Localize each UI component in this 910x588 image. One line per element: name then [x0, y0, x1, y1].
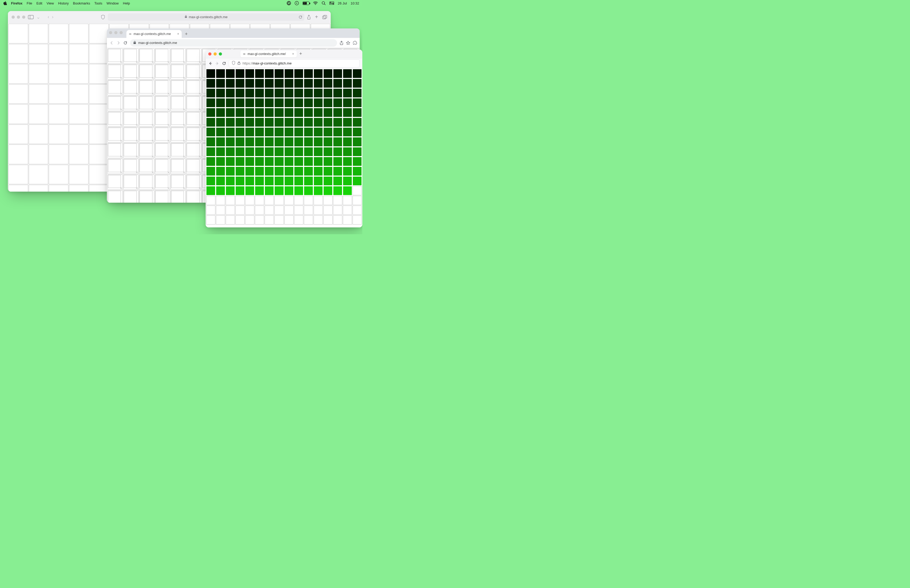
menubar-item-tools[interactable]: Tools: [94, 1, 102, 5]
chrome-tab[interactable]: ∞ max-gl-contexts.glitch.me ×: [126, 30, 182, 38]
firefox-newtab-icon[interactable]: +: [299, 51, 302, 57]
canvas-cell: [89, 185, 109, 192]
chrome-refresh-icon[interactable]: [123, 41, 128, 45]
canvas-cell: [352, 166, 362, 176]
menubar-item-file[interactable]: File: [27, 1, 32, 5]
menubar-item-bookmarks[interactable]: Bookmarks: [73, 1, 90, 5]
canvas-cell: [255, 205, 264, 215]
canvas-cell: [89, 165, 109, 184]
broken-canvas-cell: [123, 159, 139, 174]
canvas-cell: [274, 128, 284, 137]
broken-canvas-cell: [139, 80, 154, 95]
menubar-app-name[interactable]: Firefox: [11, 1, 23, 5]
firefox-address-bar[interactable]: https://max-gl-contexts.glitch.me: [229, 60, 360, 67]
chrome-tab-close-icon[interactable]: ×: [177, 32, 179, 36]
broken-canvas-cell: [171, 48, 186, 64]
firefox-traffic-lights[interactable]: [208, 52, 222, 55]
battery-menubar-icon[interactable]: ⚡︎: [302, 2, 309, 5]
canvas-cell: [284, 69, 294, 78]
broken-canvas-cell: [186, 190, 201, 203]
firefox-forward-icon[interactable]: [215, 61, 219, 66]
grammarly-menubar-icon[interactable]: [287, 1, 291, 5]
spotlight-search-icon[interactable]: [322, 1, 326, 5]
canvas-cell: [352, 196, 362, 205]
safari-shield-icon[interactable]: [101, 15, 105, 19]
safari-share-icon[interactable]: [307, 14, 311, 20]
broken-canvas-cell: [171, 127, 186, 142]
chrome-newtab-icon[interactable]: +: [183, 31, 189, 38]
firefox-tab[interactable]: ∞ max-gl-contexts.glitch.me/ ×: [241, 50, 297, 57]
canvas-cell: [89, 84, 109, 104]
chrome-address-bar[interactable]: max-gl-contexts.glitch.me: [130, 39, 337, 47]
menubar-item-window[interactable]: Window: [107, 1, 119, 5]
canvas-cell: [323, 215, 333, 225]
canvas-cell: [206, 176, 215, 186]
broken-canvas-cell: [155, 127, 170, 142]
canvas-cell: [314, 147, 323, 156]
broken-canvas-cell: [186, 48, 201, 64]
safari-sidebar-icon[interactable]: [28, 15, 34, 19]
safari-back-icon[interactable]: ‹: [48, 14, 49, 20]
canvas-cell: [294, 196, 303, 205]
canvas-cell: [206, 89, 215, 98]
canvas-cell: [314, 69, 323, 78]
canvas-cell: [284, 147, 294, 156]
safari-tabgroup-chevron-icon[interactable]: ⌄: [36, 14, 40, 20]
safari-address-text: max-gl-contexts.glitch.me: [189, 15, 228, 19]
safari-newtab-icon[interactable]: +: [315, 14, 318, 20]
apple-logo-icon[interactable]: [3, 1, 7, 5]
menubar-item-edit[interactable]: Edit: [36, 1, 42, 5]
chrome-share-icon[interactable]: [339, 41, 343, 45]
safari-forward-icon[interactable]: ›: [52, 14, 53, 20]
canvas-cell: [333, 215, 342, 225]
chrome-bookmark-icon[interactable]: [346, 41, 350, 45]
safari-refresh-icon[interactable]: [299, 15, 302, 19]
canvas-cell: [343, 69, 352, 78]
canvas-cell: [333, 108, 342, 117]
firefox-back-icon[interactable]: [208, 61, 212, 66]
wifi-menubar-icon[interactable]: [313, 1, 318, 5]
canvas-cell: [255, 108, 264, 117]
safari-traffic-lights[interactable]: [11, 16, 25, 19]
canvas-cell: [49, 44, 68, 64]
firefox-tab-close-icon[interactable]: ×: [292, 52, 294, 56]
menubar-item-history[interactable]: History: [58, 1, 69, 5]
chrome-forward-icon[interactable]: [116, 41, 121, 45]
chrome-extensions-icon[interactable]: [353, 41, 357, 45]
canvas-cell: [235, 108, 245, 117]
canvas-cell: [352, 157, 362, 166]
canvas-cell: [343, 186, 352, 195]
media-play-menubar-icon[interactable]: [295, 1, 299, 5]
chrome-traffic-lights[interactable]: [109, 31, 123, 34]
canvas-cell: [245, 196, 254, 205]
canvas-cell: [235, 215, 245, 225]
chrome-back-icon[interactable]: [110, 41, 114, 45]
control-center-icon[interactable]: [330, 2, 334, 5]
canvas-cell: [8, 165, 28, 184]
firefox-shield-icon[interactable]: [232, 61, 235, 66]
canvas-cell: [314, 79, 323, 88]
broken-canvas-cell: [186, 159, 201, 174]
canvas-cell: [323, 79, 333, 88]
broken-canvas-cell: [123, 111, 139, 127]
menubar-date[interactable]: 26 Jul: [338, 1, 347, 5]
canvas-cell: [235, 118, 245, 127]
menubar-time[interactable]: 10:32: [351, 1, 359, 5]
menubar-item-help[interactable]: Help: [123, 1, 130, 5]
canvas-cell: [245, 176, 254, 186]
safari-address-bar[interactable]: max-gl-contexts.glitch.me: [108, 13, 304, 21]
broken-canvas-cell: [186, 143, 201, 158]
canvas-cell: [29, 44, 48, 64]
canvas-cell: [294, 157, 303, 166]
canvas-cell: [245, 147, 254, 156]
menubar-item-view[interactable]: View: [47, 1, 54, 5]
safari-lock-icon: [184, 15, 187, 19]
canvas-cell: [352, 176, 362, 186]
chrome-tab-title: max-gl-contexts.glitch.me: [134, 32, 171, 36]
canvas-cell: [29, 64, 48, 84]
firefox-refresh-icon[interactable]: [222, 61, 226, 66]
canvas-cell: [284, 205, 294, 215]
canvas-cell: [274, 108, 284, 117]
canvas-cell: [304, 215, 313, 225]
safari-taboverview-icon[interactable]: [322, 14, 327, 20]
